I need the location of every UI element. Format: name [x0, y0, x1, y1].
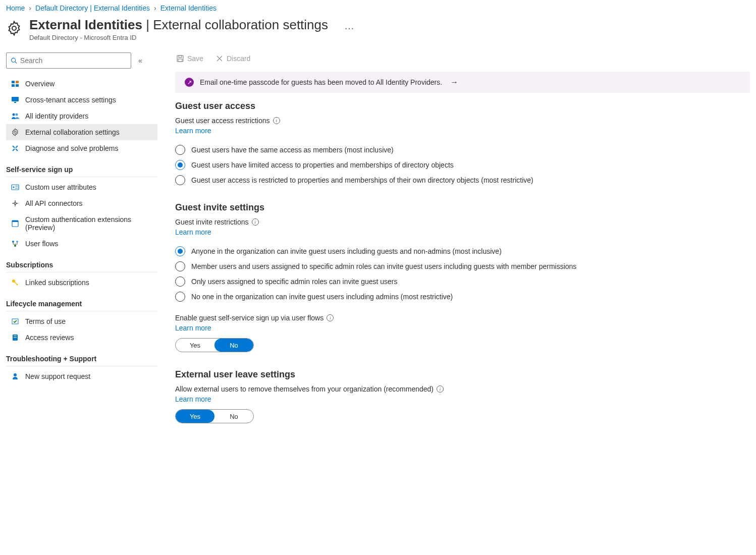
key-icon	[11, 279, 19, 287]
breadcrumb-directory[interactable]: Default Directory | External Identities	[35, 4, 150, 12]
people-icon	[11, 112, 19, 120]
section-title: External user leave settings	[175, 369, 750, 380]
sidebar-item-user-flows[interactable]: User flows	[6, 236, 157, 252]
svg-point-0	[12, 26, 16, 30]
radio-label: No one in the organization can invite gu…	[191, 293, 453, 301]
radio-label: Guest users have the same access as memb…	[191, 146, 394, 154]
sidebar-item-cross-tenant[interactable]: Cross-tenant access settings	[6, 92, 157, 108]
radio-label: Member users and users assigned to speci…	[191, 262, 576, 270]
search-box[interactable]	[6, 52, 131, 69]
learn-more-link[interactable]: Learn more	[175, 228, 211, 236]
sidebar-item-terms[interactable]: Terms of use	[6, 313, 157, 329]
svg-rect-8	[14, 102, 16, 103]
book-icon	[11, 334, 19, 342]
field-label: Enable guest self-service sign up via us…	[175, 314, 323, 322]
window-icon	[11, 219, 19, 228]
page-subtitle: Default Directory - Microsoft Entra ID	[29, 34, 355, 41]
sidebar-item-label: Access reviews	[25, 334, 74, 342]
toggle-external-leave[interactable]: Yes No	[175, 409, 254, 423]
info-icon[interactable]: i	[273, 117, 280, 124]
arrow-right-icon: →	[450, 78, 458, 87]
radio-guest-invite-1[interactable]: Member users and users assigned to speci…	[175, 261, 750, 271]
learn-more-link[interactable]: Learn more	[175, 324, 211, 332]
search-input[interactable]	[20, 57, 127, 65]
toggle-no[interactable]: No	[214, 339, 253, 352]
title-sub: External collaboration settings	[153, 17, 328, 32]
sidebar-item-custom-attributes[interactable]: Custom user attributes	[6, 179, 157, 195]
toggle-self-service[interactable]: Yes No	[175, 338, 254, 352]
sidebar-item-label: User flows	[25, 240, 58, 248]
sidebar-item-auth-extensions[interactable]: Custom authentication extensions (Previe…	[6, 211, 157, 236]
sidebar-item-label: Terms of use	[25, 317, 66, 325]
radio-guest-invite-3[interactable]: No one in the organization can invite gu…	[175, 292, 750, 302]
svg-rect-7	[12, 97, 19, 101]
svg-point-1	[12, 58, 16, 62]
sidebar: « Overview Cross-tenant access settings …	[6, 52, 157, 440]
radio-guest-access-2[interactable]: Guest user access is restricted to prope…	[175, 175, 750, 185]
flow-icon	[11, 240, 19, 248]
radio-guest-access-1[interactable]: Guest users have limited access to prope…	[175, 160, 750, 170]
save-label: Save	[187, 54, 203, 63]
sidebar-item-overview[interactable]: Overview	[6, 76, 157, 92]
sidebar-item-label: All identity providers	[25, 112, 88, 120]
close-icon	[215, 54, 224, 63]
sidebar-item-access-reviews[interactable]: Access reviews	[6, 329, 157, 346]
sidebar-item-diagnose[interactable]: Diagnose and solve problems	[6, 140, 157, 156]
overview-icon	[11, 80, 19, 88]
svg-point-16	[14, 202, 16, 204]
sidebar-item-label: Linked subscriptions	[25, 279, 89, 287]
collapse-sidebar-button[interactable]: «	[138, 57, 142, 65]
title-separator: |	[142, 17, 153, 32]
sidebar-item-identity-providers[interactable]: All identity providers	[6, 108, 157, 124]
discard-button[interactable]: Discard	[214, 52, 251, 65]
info-icon[interactable]: i	[327, 314, 334, 321]
page-header: External Identities | External collabora…	[6, 17, 750, 41]
svg-point-10	[16, 114, 18, 116]
svg-rect-25	[14, 336, 17, 336]
info-icon[interactable]: i	[252, 218, 259, 226]
radio-icon	[175, 276, 185, 287]
breadcrumb-home[interactable]: Home	[6, 4, 25, 12]
breadcrumb-current[interactable]: External Identities	[160, 4, 217, 12]
radio-icon	[175, 175, 185, 185]
sidebar-group-troubleshoot: Troubleshooting + Support	[6, 346, 157, 366]
toggle-yes[interactable]: Yes	[176, 339, 214, 352]
svg-rect-6	[16, 84, 19, 87]
info-icon[interactable]: i	[437, 385, 444, 393]
discard-label: Discard	[227, 54, 250, 63]
svg-rect-5	[12, 84, 15, 87]
sidebar-item-support-request[interactable]: New support request	[6, 368, 157, 384]
gear-icon	[11, 128, 19, 136]
radio-icon	[175, 160, 185, 170]
more-actions-button[interactable]: …	[344, 20, 355, 32]
rocket-icon: ↗	[185, 78, 194, 87]
svg-point-21	[14, 245, 16, 247]
radio-icon	[175, 145, 185, 155]
wrench-icon	[11, 144, 19, 152]
svg-point-9	[13, 114, 15, 116]
svg-rect-30	[178, 59, 182, 62]
sidebar-item-linked-subscriptions[interactable]: Linked subscriptions	[6, 274, 157, 291]
svg-rect-3	[12, 81, 15, 83]
sidebar-item-label: All API connectors	[25, 199, 83, 207]
page-title: External Identities | External collabora…	[29, 17, 328, 33]
radio-label: Only users assigned to specific admin ro…	[191, 278, 398, 286]
sidebar-item-external-collab[interactable]: External collaboration settings	[6, 124, 157, 140]
banner-text: Email one-time passcode for guests has b…	[200, 78, 442, 86]
radio-label: Guest users have limited access to prope…	[191, 161, 454, 169]
content: Save Discard ↗ Email one-time passcode f…	[157, 52, 750, 440]
radio-guest-invite-0[interactable]: Anyone in the organization can invite gu…	[175, 246, 750, 256]
save-button[interactable]: Save	[175, 52, 204, 65]
radio-guest-access-0[interactable]: Guest users have the same access as memb…	[175, 145, 750, 155]
info-banner[interactable]: ↗ Email one-time passcode for guests has…	[175, 72, 750, 93]
radio-guest-invite-2[interactable]: Only users assigned to specific admin ro…	[175, 276, 750, 287]
learn-more-link[interactable]: Learn more	[175, 127, 211, 135]
section-external-leave: External user leave settings Allow exter…	[175, 369, 750, 423]
toggle-no[interactable]: No	[214, 410, 253, 423]
toggle-yes[interactable]: Yes	[176, 410, 214, 423]
sidebar-item-api-connectors[interactable]: All API connectors	[6, 195, 157, 211]
learn-more-link[interactable]: Learn more	[175, 395, 211, 403]
radio-icon	[175, 246, 185, 256]
svg-rect-29	[179, 56, 182, 58]
svg-line-2	[15, 62, 17, 63]
